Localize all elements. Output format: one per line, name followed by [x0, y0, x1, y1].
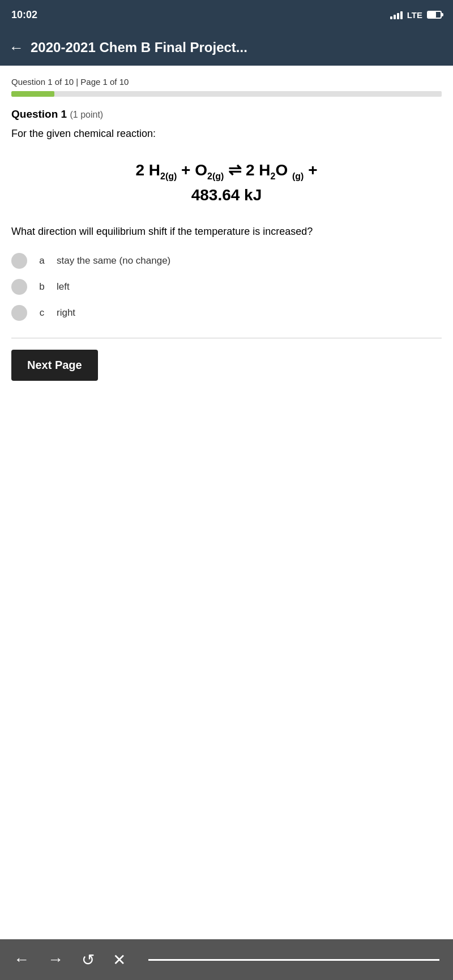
- header-title: 2020-2021 Chem B Final Project...: [31, 40, 247, 55]
- progress-section: Question 1 of 10 | Page 1 of 10: [11, 77, 442, 97]
- progress-bar-fill: [11, 91, 54, 97]
- status-icons: LTE: [390, 10, 442, 20]
- option-b[interactable]: b left: [11, 279, 442, 295]
- nav-back-icon[interactable]: ←: [14, 951, 29, 969]
- progress-bar-container: [11, 91, 442, 97]
- question-intro: For the given chemical reaction:: [11, 126, 442, 141]
- radio-b[interactable]: [11, 279, 27, 295]
- nav-forward-icon[interactable]: →: [48, 951, 63, 969]
- battery-icon: [427, 11, 442, 19]
- radio-a[interactable]: [11, 253, 27, 269]
- back-button[interactable]: ←: [9, 40, 24, 55]
- option-b-letter: b: [36, 281, 48, 293]
- option-a[interactable]: a stay the same (no change): [11, 253, 442, 269]
- sub-question: What direction will equilibrium shift if…: [11, 224, 442, 239]
- option-c[interactable]: c right: [11, 305, 442, 321]
- question-label: Question 1 (1 point): [11, 108, 442, 121]
- option-b-text: left: [57, 281, 70, 293]
- nav-refresh-icon[interactable]: ↺: [82, 951, 95, 969]
- chemical-equation: 2 H2(g) + O2(g) ⇌ 2 H2O (g) + 483.64 kJ: [11, 158, 442, 207]
- option-c-letter: c: [36, 307, 48, 319]
- nav-line: [148, 959, 439, 961]
- option-a-text: stay the same (no change): [57, 255, 170, 267]
- options-list: a stay the same (no change) b left c rig…: [11, 253, 442, 321]
- header: ← 2020-2021 Chem B Final Project...: [0, 29, 453, 66]
- lte-label: LTE: [407, 10, 422, 20]
- nav-close-icon[interactable]: ✕: [113, 951, 126, 969]
- option-a-letter: a: [36, 255, 48, 267]
- status-time: 10:02: [11, 9, 37, 21]
- progress-label: Question 1 of 10 | Page 1 of 10: [11, 77, 442, 87]
- next-page-button[interactable]: Next Page: [11, 350, 98, 381]
- divider: [11, 338, 442, 338]
- content-area: Question 1 of 10 | Page 1 of 10 Question…: [0, 66, 453, 939]
- signal-icon: [390, 10, 403, 19]
- radio-c[interactable]: [11, 305, 27, 321]
- option-c-text: right: [57, 307, 75, 319]
- status-bar: 10:02 LTE: [0, 0, 453, 29]
- bottom-nav: ← → ↺ ✕: [0, 939, 453, 980]
